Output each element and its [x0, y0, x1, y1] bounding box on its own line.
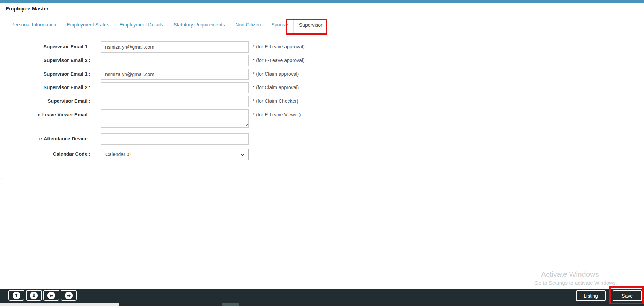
taskbar-active-app-segment — [222, 303, 239, 306]
field-hint: * (for E-Leave approval) — [253, 55, 305, 66]
arrow-down-icon: ⬇ — [30, 292, 38, 299]
activate-windows-watermark: Activate Windows — [541, 270, 599, 278]
form-row: Supervisor Email 1 : * (for E-Leave appr… — [1, 41, 642, 53]
supervisor-email-1-claim-input[interactable] — [101, 69, 249, 80]
field-hint: * (for E-Leave approval) — [253, 41, 305, 52]
top-accent-bar — [0, 0, 644, 3]
field-label: Supervisor Email 1 : — [1, 41, 90, 52]
tab-employment-status[interactable]: Employment Status — [61, 18, 114, 33]
tab-statutory-requirements[interactable]: Statutory Requirements — [168, 18, 230, 33]
field-hint: * (for Claim approval) — [253, 82, 299, 93]
field-label: Calendar Code : — [1, 149, 90, 160]
supervisor-email-claim-checker-input[interactable] — [101, 96, 249, 107]
field-hint: * (for Claim Checker) — [253, 96, 298, 107]
field-label: e-Attendance Device : — [1, 133, 90, 144]
form-row: e-Leave Viewer Email : * (for E-Leave Vi… — [1, 109, 642, 129]
field-label: Supervisor Email 2 : — [1, 82, 90, 93]
field-label: Supervisor Email : — [1, 96, 90, 107]
employee-master-panel: Personal Information Employment Status E… — [1, 14, 642, 179]
save-button[interactable]: Save — [613, 290, 642, 301]
supervisor-email-2-claim-input[interactable] — [101, 82, 249, 93]
tab-supervisor[interactable]: Supervisor — [293, 18, 328, 33]
page-title: Employee Master — [6, 6, 49, 12]
footer-toolbar: ⬆ ⬇ ⬅ ➡ Listing Save — [0, 289, 644, 303]
scroll-up-button[interactable]: ⬆ — [8, 290, 24, 301]
calendar-code-select[interactable]: Calendar 01 — [101, 149, 249, 160]
eleave-viewer-email-textarea[interactable] — [101, 109, 249, 128]
form-row: e-Attendance Device : — [1, 133, 642, 145]
field-hint: * (for Claim approval) — [253, 69, 299, 79]
supervisor-email-1-eleave-input[interactable] — [101, 41, 249, 53]
arrow-left-icon: ⬅ — [47, 292, 55, 299]
scroll-right-button[interactable]: ➡ — [61, 290, 77, 301]
tab-bar: Personal Information Employment Status E… — [1, 14, 642, 33]
form-row: Calendar Code : Calendar 01 — [1, 149, 642, 160]
field-label: e-Leave Viewer Email : — [1, 109, 90, 120]
field-hint: * (for E-Leave Viewer) — [253, 109, 301, 120]
tab-employment-details[interactable]: Employment Details — [114, 18, 169, 33]
e-attendance-device-input[interactable] — [101, 133, 249, 145]
supervisor-email-2-eleave-input[interactable] — [101, 55, 249, 66]
field-label: Supervisor Email 2 : — [1, 55, 90, 66]
form-row: Supervisor Email : * (for Claim Checker) — [1, 96, 642, 107]
tab-non-citizen[interactable]: Non-Citizen — [230, 18, 266, 33]
scroll-down-button[interactable]: ⬇ — [26, 290, 42, 301]
employee-master-screen: Employee Master Personal Information Emp… — [0, 0, 644, 306]
scroll-left-button[interactable]: ⬅ — [43, 290, 59, 301]
calendar-code-selected-value: Calendar 01 — [101, 152, 132, 157]
tab-spouse[interactable]: Spouse — [266, 18, 293, 33]
browser-status-bubble — [0, 303, 119, 306]
activate-windows-watermark-subtext: Go to Settings to activate Windows. — [534, 280, 617, 286]
supervisor-form: Supervisor Email 1 : * (for E-Leave appr… — [1, 33, 642, 160]
listing-button[interactable]: Listing — [576, 290, 606, 301]
chevron-down-icon — [240, 152, 245, 159]
form-row: Supervisor Email 2 : * (for Claim approv… — [1, 82, 642, 93]
field-label: Supervisor Email 1 : — [1, 69, 90, 79]
form-row: Supervisor Email 2 : * (for E-Leave appr… — [1, 55, 642, 66]
arrow-right-icon: ➡ — [65, 292, 73, 299]
form-row: Supervisor Email 1 : * (for Claim approv… — [1, 69, 642, 80]
tab-personal-information[interactable]: Personal Information — [6, 18, 61, 33]
arrow-up-icon: ⬆ — [13, 292, 20, 299]
